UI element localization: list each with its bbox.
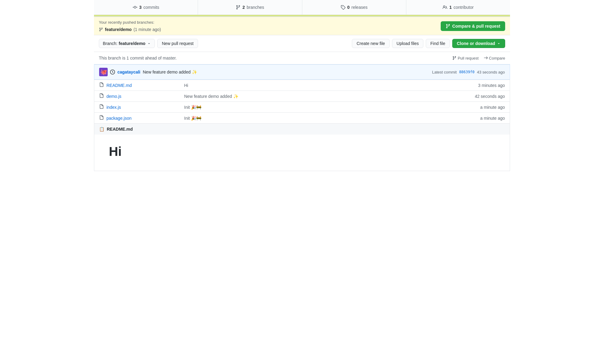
time-cell: a minute ago [383,113,510,124]
releases-stat[interactable]: 0 releases [302,0,406,15]
file-cell: demo.js [94,91,179,102]
contributors-label: contributor [453,5,474,10]
commit-time: 43 seconds ago [477,70,505,74]
commit-hash-link[interactable]: 88639f0 [459,70,475,74]
toolbar: Branch: feature/demo New pull request Cr… [94,35,510,52]
table-row: package.json Init 🎉🚧 a minute ago [94,113,510,124]
svg-text:🐙: 🐙 [100,69,107,75]
releases-label: releases [352,5,368,10]
readme-book-icon: 📋 [99,127,104,132]
file-icon [99,93,104,99]
pull-request-link-label: Pull request [458,56,479,60]
compare-pull-request-button[interactable]: Compare & pull request [441,21,505,31]
branches-stat[interactable]: 2 branches [198,0,302,15]
releases-count: 0 [347,5,350,10]
table-row: README.md Hi 3 minutes ago [94,80,510,91]
pushed-label: Your recently pushed branches: [99,20,161,25]
time-cell: 3 minutes ago [383,80,510,91]
readme-content: Hi [109,144,495,159]
create-new-file-button[interactable]: Create new file [352,39,389,48]
readme-body: Hi [94,135,510,171]
branch-ahead-message: This branch is 1 commit ahead of master.… [94,52,510,64]
commits-count: 3 [139,5,142,10]
file-name: index.js [106,105,121,110]
compare-btn-label: Compare & pull request [452,24,500,29]
clone-or-download-button[interactable]: Clone or download [452,39,505,48]
branch-selector-prefix: Branch: [103,41,117,46]
commits-stat[interactable]: 3 commits [94,0,198,15]
branch-selector-name: feature/demo [119,41,145,46]
file-cell: README.md [94,80,179,91]
branch-ahead-text: This branch is 1 commit ahead of master. [99,56,177,60]
file-icon [99,82,104,88]
upload-files-button[interactable]: Upload files [392,39,423,48]
commit-msg-cell: Init 🎉🚧 [179,113,383,124]
time-cell: a minute ago [383,102,510,113]
pushed-branch-name: feature/demo [105,27,132,32]
latest-commit-label: Latest commit [432,70,457,74]
commit-bar: 🐙 cagataycali New feature demo added ✨ L… [94,64,510,80]
file-name: README.md [106,83,132,88]
pushed-banner: Your recently pushed branches: feature/d… [94,17,510,35]
commit-message: New feature demo added ✨ [143,70,197,74]
stats-bar: 3 commits 2 branches 0 releases [94,0,510,15]
pull-request-link[interactable]: Pull request [452,56,479,60]
file-cell: package.json [94,113,179,124]
file-link[interactable]: package.json [99,115,175,121]
commit-author[interactable]: cagataycali [117,70,141,74]
branches-label: branches [247,5,264,10]
readme-title: README.md [107,127,133,132]
file-link[interactable]: index.js [99,104,175,110]
file-table: README.md Hi 3 minutes ago demo.js New f… [94,80,510,124]
branch-selector[interactable]: Branch: feature/demo [99,39,155,48]
file-cell: index.js [94,102,179,113]
commit-msg-cell: Init 🎉🚧 [179,102,383,113]
compare-link-label: Compare [489,56,505,60]
clone-btn-label: Clone or download [457,41,495,46]
file-name: demo.js [106,94,121,99]
contributors-stat[interactable]: 1 contributor [406,0,510,15]
commit-msg-cell: Hi [179,80,383,91]
commit-msg-cell: New feature demo added ✨ [179,91,383,102]
new-pull-request-button[interactable]: New pull request [157,39,198,48]
file-link[interactable]: demo.js [99,93,175,99]
compare-link[interactable]: Compare [484,56,505,60]
find-file-button[interactable]: Find file [426,39,450,48]
avatar: 🐙 [99,68,108,76]
file-link[interactable]: README.md [99,82,175,88]
branches-count: 2 [242,5,245,10]
pushed-time: (1 minute ago) [134,27,161,32]
table-row: index.js Init 🎉🚧 a minute ago [94,102,510,113]
file-name: package.json [106,116,132,121]
file-icon [99,104,104,110]
contributors-count: 1 [449,5,452,10]
readme-header: 📋 README.md [94,124,510,135]
table-row: demo.js New feature demo added ✨ 42 seco… [94,91,510,102]
time-cell: 42 seconds ago [383,91,510,102]
commits-label: commits [143,5,159,10]
file-icon [99,115,104,121]
